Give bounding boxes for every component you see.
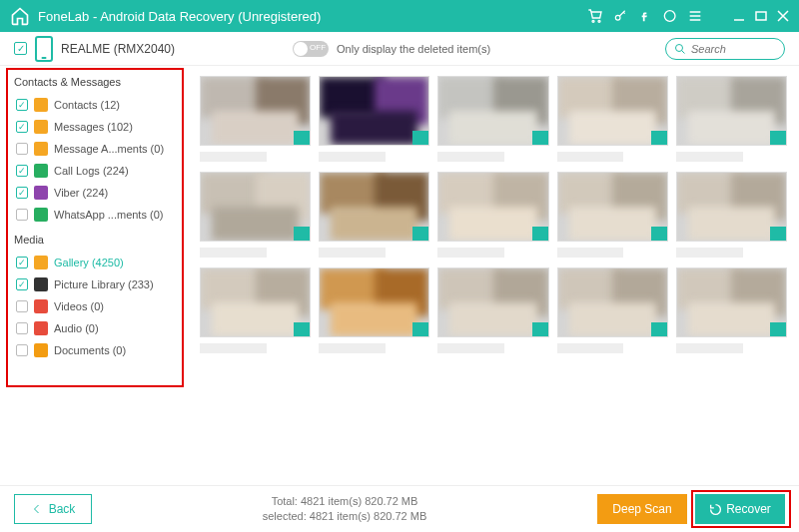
sidebar-item[interactable]: Audio (0) <box>12 317 182 339</box>
item-label: Viber (224) <box>54 187 108 199</box>
thumbnail-caption <box>437 343 504 353</box>
item-checkbox[interactable] <box>16 209 28 221</box>
search-box[interactable] <box>665 38 785 60</box>
thumbnail-image <box>557 76 668 146</box>
key-icon[interactable] <box>613 9 627 23</box>
recover-icon <box>709 503 722 516</box>
thumbnail-caption <box>557 152 624 162</box>
deep-scan-button[interactable]: Deep Scan <box>597 494 687 524</box>
thumbnail[interactable] <box>557 172 668 258</box>
thumbnail-caption <box>319 248 386 258</box>
selected-badge-icon <box>770 322 786 336</box>
minimize-icon[interactable] <box>733 10 745 22</box>
menu-icon[interactable] <box>687 8 703 24</box>
thumbnail[interactable] <box>557 76 668 162</box>
thumbnail[interactable] <box>676 76 787 162</box>
window-title: FoneLab - Android Data Recovery (Unregis… <box>38 9 587 24</box>
facebook-icon[interactable] <box>637 9 651 23</box>
sidebar-item[interactable]: Message A...ments (0) <box>12 138 182 160</box>
selected-badge-icon <box>294 227 310 241</box>
search-input[interactable] <box>691 43 771 55</box>
back-button[interactable]: Back <box>14 494 92 524</box>
thumbnail-caption <box>200 248 267 258</box>
thumbnail[interactable] <box>437 267 548 353</box>
documents-icon <box>34 343 48 357</box>
thumbnail-image <box>437 267 548 337</box>
home-icon[interactable] <box>10 6 30 26</box>
thumbnail-caption <box>437 152 504 162</box>
item-label: Picture Library (233) <box>54 278 154 290</box>
thumbnail-caption <box>437 248 504 258</box>
recover-button[interactable]: Recover <box>695 494 785 524</box>
contacts-icon <box>34 98 48 112</box>
thumbnail-image <box>557 172 668 242</box>
thumbnail-caption <box>676 248 743 258</box>
item-checkbox[interactable]: ✓ <box>16 99 28 111</box>
phone-icon <box>35 36 53 62</box>
selected-badge-icon <box>532 322 548 336</box>
sidebar-item[interactable]: ✓Messages (102) <box>12 116 182 138</box>
thumbnail[interactable] <box>676 267 787 353</box>
selected-badge-icon <box>651 227 667 241</box>
thumbnail-caption <box>557 343 624 353</box>
sidebar-item[interactable]: WhatsApp ...ments (0) <box>12 204 182 226</box>
item-checkbox[interactable] <box>16 344 28 356</box>
thumbnail[interactable] <box>557 267 668 353</box>
sidebar-item[interactable]: ✓Call Logs (224) <box>12 160 182 182</box>
item-checkbox[interactable]: ✓ <box>16 165 28 177</box>
thumbnail[interactable] <box>200 267 311 353</box>
close-icon[interactable] <box>777 10 789 22</box>
stats: Total: 4821 item(s) 820.72 MB selected: … <box>92 494 597 525</box>
thumbnail-caption <box>200 152 267 162</box>
selected-badge-icon <box>412 131 428 145</box>
thumbnail[interactable] <box>200 172 311 258</box>
thumbnail[interactable] <box>319 267 429 353</box>
thumbnail-image <box>200 76 311 146</box>
sidebar-item[interactable]: ✓Picture Library (233) <box>12 273 182 295</box>
total-text: Total: 4821 item(s) 820.72 MB <box>92 494 597 509</box>
thumbnail-grid <box>200 76 787 353</box>
sidebar-item[interactable]: ✓Contacts (12) <box>12 94 182 116</box>
thumbnail-caption <box>676 343 743 353</box>
sidebar-item[interactable]: Videos (0) <box>12 295 182 317</box>
group-media: Media <box>14 234 182 246</box>
item-checkbox[interactable]: ✓ <box>16 121 28 133</box>
thumbnail[interactable] <box>319 172 429 258</box>
item-checkbox[interactable] <box>16 143 28 155</box>
messages-icon <box>34 120 48 134</box>
feedback-icon[interactable] <box>661 8 677 24</box>
thumbnail-image <box>319 76 429 146</box>
thumbnail[interactable] <box>319 76 429 162</box>
deleted-toggle[interactable]: OFF <box>293 41 329 57</box>
cart-icon[interactable] <box>587 8 603 24</box>
item-checkbox[interactable]: ✓ <box>16 278 28 290</box>
item-checkbox[interactable]: ✓ <box>16 187 28 199</box>
thumbnail-image <box>437 76 548 146</box>
thumbnail[interactable] <box>676 172 787 258</box>
selected-badge-icon <box>770 131 786 145</box>
sidebar-item[interactable]: ✓Viber (224) <box>12 182 182 204</box>
sidebar-item[interactable]: ✓Gallery (4250) <box>12 252 182 273</box>
item-checkbox[interactable]: ✓ <box>16 257 28 268</box>
thumbnail[interactable] <box>200 76 311 162</box>
device-checkbox[interactable]: ✓ <box>14 42 27 55</box>
item-checkbox[interactable] <box>16 300 28 312</box>
item-label: Contacts (12) <box>54 99 120 111</box>
selected-badge-icon <box>532 227 548 241</box>
item-checkbox[interactable] <box>16 322 28 334</box>
svg-rect-3 <box>756 12 766 20</box>
svg-point-4 <box>676 44 683 51</box>
selected-badge-icon <box>651 322 667 336</box>
thumbnail[interactable] <box>437 172 548 258</box>
thumbnail[interactable] <box>437 76 548 162</box>
maximize-icon[interactable] <box>755 10 767 22</box>
thumbnail-image <box>437 172 548 242</box>
thumbnail-caption <box>557 248 624 258</box>
item-label: WhatsApp ...ments (0) <box>54 209 163 221</box>
thumbnail-image <box>319 267 429 337</box>
selected-badge-icon <box>770 227 786 241</box>
device-name: REALME (RMX2040) <box>61 42 175 56</box>
sidebar-item[interactable]: Documents (0) <box>12 339 182 361</box>
thumbnail-image <box>676 172 787 242</box>
videos-icon <box>34 299 48 313</box>
